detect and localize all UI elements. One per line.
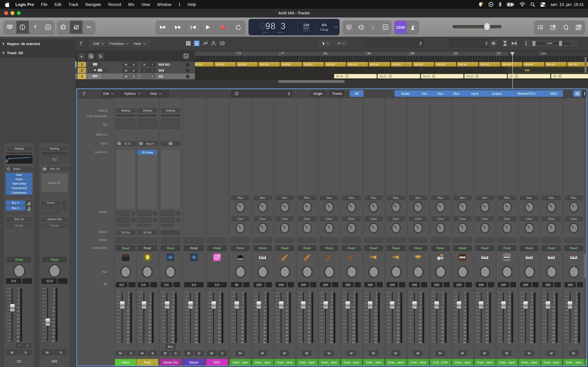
region-909-bd[interactable]: 909 BD bbox=[479, 62, 501, 67]
audio-fx-area[interactable]: Audio FX bbox=[41, 173, 68, 192]
region-909-bd[interactable]: 909 BD bbox=[236, 62, 258, 67]
mixer-wide-view-button[interactable] bbox=[582, 90, 587, 97]
forward-button[interactable] bbox=[171, 21, 186, 33]
mute-button[interactable]: M bbox=[547, 350, 556, 356]
send-slot[interactable] bbox=[116, 217, 130, 223]
region-909-bd[interactable]: 909 BD bbox=[523, 62, 545, 67]
region-inspector-header[interactable]: Region: 36 selected bbox=[0, 39, 75, 49]
editors-button[interactable]: ✂ bbox=[83, 21, 95, 33]
group-slot[interactable] bbox=[431, 237, 450, 243]
pan-knob[interactable] bbox=[569, 266, 579, 278]
send-knob[interactable] bbox=[176, 218, 180, 222]
region-909-bd[interactable]: 909 BD bbox=[435, 62, 456, 67]
pointer-tool-button[interactable] bbox=[318, 39, 333, 48]
group-slot[interactable] bbox=[161, 237, 180, 244]
drag-dropdown[interactable] bbox=[450, 39, 490, 48]
mixer-filter-output[interactable]: Output bbox=[485, 90, 509, 97]
pan-knob[interactable] bbox=[257, 266, 268, 278]
loop-browser-button[interactable] bbox=[560, 21, 572, 33]
group-slot[interactable] bbox=[587, 237, 587, 243]
rewind-button[interactable] bbox=[156, 21, 171, 33]
apple-logo[interactable] bbox=[0, 1, 12, 7]
input-monitor-button[interactable]: I bbox=[24, 343, 31, 348]
volume-db-display[interactable]: 100 bbox=[276, 282, 287, 287]
track-lane-2[interactable]: 909 bbox=[195, 67, 588, 74]
snap-dropdown[interactable] bbox=[365, 39, 424, 48]
channel-name[interactable]: Pads bbox=[137, 359, 158, 366]
solo-button[interactable]: S bbox=[20, 350, 32, 355]
input-monitor-button[interactable]: I bbox=[149, 68, 156, 73]
send-knob[interactable] bbox=[62, 200, 67, 206]
menu-item-mix[interactable]: Mix bbox=[125, 2, 138, 7]
menu-item-record[interactable]: Record bbox=[105, 2, 125, 7]
note-pads-button[interactable] bbox=[547, 21, 560, 33]
group-slot[interactable] bbox=[276, 237, 294, 243]
peak-db-display[interactable] bbox=[377, 282, 383, 287]
volume-db-display[interactable]: 100 bbox=[453, 282, 465, 287]
channel-name[interactable]: Gran…iano bbox=[296, 359, 318, 366]
send-slot-rev[interactable]: Rev bbox=[498, 195, 516, 200]
inspector-button[interactable] bbox=[16, 21, 29, 33]
mute-button[interactable]: M bbox=[161, 350, 170, 356]
volume-slider-track[interactable] bbox=[453, 25, 502, 28]
mute-button[interactable]: M bbox=[122, 74, 130, 79]
pan-knob[interactable] bbox=[524, 266, 535, 278]
send-slot-rev[interactable]: Rev bbox=[342, 195, 361, 200]
send-slot-rev[interactable]: Rev bbox=[231, 195, 250, 200]
send-knob-rev[interactable] bbox=[525, 202, 534, 213]
send-slot-chor[interactable]: Chor bbox=[453, 216, 472, 221]
volume-db-display[interactable]: -12,0 bbox=[41, 278, 57, 284]
volume-fader[interactable] bbox=[346, 301, 350, 309]
wifi-icon[interactable] bbox=[519, 2, 525, 7]
send-knob[interactable] bbox=[131, 218, 135, 222]
peak-db-display[interactable] bbox=[554, 282, 561, 287]
region-909-bd[interactable]: 909 BD bbox=[545, 62, 567, 67]
menu-item-view[interactable]: View bbox=[138, 2, 154, 7]
duplicate-track-button[interactable] bbox=[87, 52, 95, 60]
media-browser-button[interactable] bbox=[572, 21, 585, 33]
send-knob-chor[interactable] bbox=[458, 223, 467, 234]
volume-db-display[interactable]: 100 bbox=[431, 282, 442, 287]
output-slot[interactable] bbox=[161, 230, 180, 235]
automation-mode-button[interactable]: Read bbox=[138, 245, 157, 251]
region-909-bd[interactable]: 909 BD bbox=[346, 62, 368, 67]
send-knob-rev[interactable] bbox=[235, 202, 245, 213]
menu-item-track[interactable]: Track bbox=[65, 2, 82, 7]
send-knob[interactable] bbox=[153, 218, 157, 222]
mute-button[interactable]: M bbox=[480, 350, 489, 356]
send-slot-chor[interactable]: Chor bbox=[320, 216, 338, 221]
menu-bar-clock[interactable]: søn. 10. jan. 18.41 bbox=[550, 2, 584, 7]
volume-fader[interactable] bbox=[368, 301, 372, 309]
track-lane-3[interactable]: SD.50SD.51SD.52SD.53SDSD bbox=[195, 73, 588, 80]
pan-knob[interactable] bbox=[502, 266, 512, 278]
peak-db-display[interactable] bbox=[266, 282, 272, 287]
peak-db-display[interactable] bbox=[510, 282, 516, 287]
lcd-signature-section[interactable]: 4/4Cmaj bbox=[315, 19, 333, 35]
input-slot[interactable]: Bus 16 bbox=[41, 166, 69, 171]
mixer-button[interactable] bbox=[70, 21, 83, 33]
mixer-filter-aux[interactable]: Aux bbox=[432, 90, 449, 97]
send-slot-chor[interactable]: Chor bbox=[542, 216, 561, 221]
output-slot[interactable]: St Out bbox=[138, 230, 157, 235]
mute-button[interactable]: M bbox=[413, 350, 423, 356]
pan-knob[interactable] bbox=[280, 266, 290, 278]
automation-mode-button[interactable]: Read bbox=[476, 245, 494, 251]
mute-button[interactable]: M bbox=[569, 350, 578, 356]
group-slot[interactable] bbox=[453, 237, 472, 243]
eq-thumbnail[interactable] bbox=[161, 118, 180, 129]
solo-button[interactable]: S bbox=[171, 350, 180, 356]
send-knob-rev[interactable] bbox=[347, 202, 356, 213]
group-slot[interactable] bbox=[207, 237, 227, 244]
volume-fader[interactable] bbox=[257, 301, 261, 309]
automation-mode-button[interactable]: Read bbox=[7, 257, 31, 262]
eq-thumbnail[interactable] bbox=[116, 118, 135, 129]
volume-fader[interactable] bbox=[568, 301, 572, 309]
setting-button[interactable]: Setting bbox=[41, 146, 68, 151]
automation-mode-button[interactable]: Read bbox=[320, 245, 338, 251]
send-slot-rev[interactable]: Rev bbox=[564, 195, 583, 200]
audio-fx-area[interactable] bbox=[138, 149, 157, 209]
group-slot[interactable] bbox=[542, 237, 561, 243]
channel-name[interactable]: Gran…iano bbox=[230, 359, 251, 366]
send-slot-chor[interactable]: Chor bbox=[476, 216, 494, 221]
send-slot-rev[interactable]: Rev bbox=[520, 195, 538, 200]
